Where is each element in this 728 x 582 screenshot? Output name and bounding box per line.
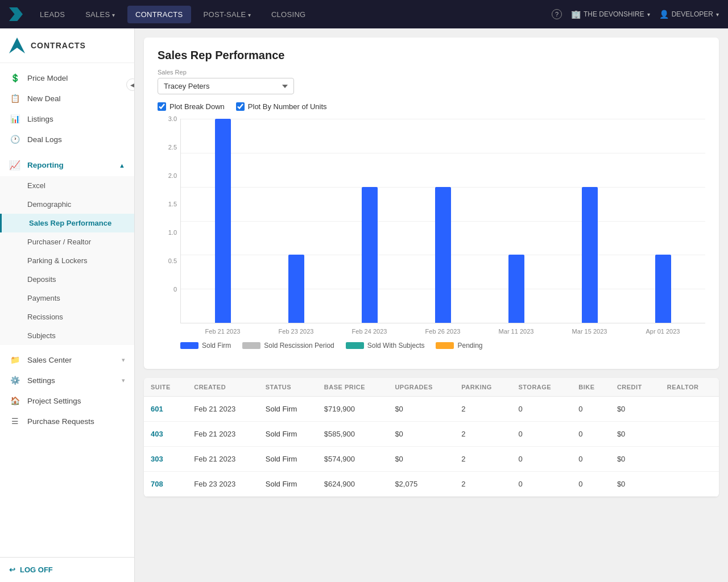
nav-sales[interactable]: SALES [77,6,123,23]
sidebar-item-new-deal[interactable]: 📋 New Deal [0,88,134,109]
table-body: 601 Feb 21 2023 Sold Firm $719,900 $0 2 … [144,397,719,497]
x-label-apr01: Apr 01 2023 [626,328,700,335]
bar-feb21[interactable] [215,119,231,323]
legend-pending-color [436,342,454,349]
nav-post-sale[interactable]: POST-SALE [196,6,259,23]
purchase-requests-icon: ☰ [9,417,20,426]
legend-rescission: Sold Rescission Period [242,342,334,350]
logoff-button[interactable]: ↩ LOG OFF [9,566,125,574]
sidebar-sub-item-recissions[interactable]: Recissions [0,307,134,326]
sidebar-logo [9,38,25,53]
sales-rep-label: Sales Rep [158,69,705,76]
sidebar-sub-item-sales-rep-performance[interactable]: Sales Rep Performance [0,214,134,232]
col-credit: CREDIT [610,378,660,397]
bar-feb23[interactable] [288,255,304,323]
legend-rescission-color [242,342,260,349]
bar-chart: 3.0 2.5 2.0 1.5 1.0 0.5 0 [158,119,705,357]
sales-center-icon: 📁 [9,355,20,364]
table-row: 403 Feb 21 2023 Sold Firm $585,900 $0 2 … [144,422,719,447]
nav-leads[interactable]: LEADS [32,6,73,23]
suite-708[interactable]: 708 [151,480,163,488]
sidebar-collapse-button[interactable]: ◀ [126,78,135,91]
y-label-2: 2.0 [168,172,177,179]
table-row: 601 Feb 21 2023 Sold Firm $719,900 $0 2 … [144,397,719,422]
project-selector[interactable]: 🏢 THE DEVONSHIRE ▾ [571,10,650,19]
bar-group-5 [479,119,553,323]
user-chevron-icon: ▾ [716,11,719,18]
suite-303[interactable]: 303 [151,455,163,463]
nav-closing[interactable]: CLOSING [263,6,314,23]
checkbox-row: Plot Break Down Plot By Number of Units [158,102,705,111]
table-card: SUITE CREATED STATUS BASE PRICE UPGRADES… [144,378,719,497]
bar-feb26[interactable] [435,187,451,323]
user-icon: 👤 [659,10,669,19]
bar-mar15[interactable] [582,187,598,323]
sidebar-section-reporting[interactable]: 📈 Reporting ▲ [0,154,134,176]
nav-contracts[interactable]: CONTRACTS [127,6,191,23]
sales-rep-dropdown[interactable]: Tracey Peters [158,78,294,94]
deal-logs-icon: 🕐 [9,135,20,144]
col-created: CREATED [187,378,259,397]
x-label-feb21: Feb 21 2023 [186,328,259,335]
col-bike: BIKE [572,378,610,397]
help-icon[interactable]: ? [552,9,562,19]
bar-feb24[interactable] [362,187,378,323]
plot-by-units-checkbox[interactable]: Plot By Number of Units [236,102,327,111]
bar-mar11[interactable] [508,255,524,323]
bar-group-3 [333,119,407,323]
sidebar-sub-item-excel[interactable]: Excel [0,176,134,195]
deals-table: SUITE CREATED STATUS BASE PRICE UPGRADES… [144,378,719,497]
price-model-icon: 💲 [9,73,20,82]
sidebar-sub-item-purchaser-realtor[interactable]: Purchaser / Realtor [0,232,134,251]
sales-center-arrow: ▾ [122,356,125,364]
y-label-15: 1.5 [168,201,177,207]
sidebar-sub-item-parking-lockers[interactable]: Parking & Lockers [0,251,134,270]
col-storage: STORAGE [512,378,572,397]
sidebar-item-price-model[interactable]: 💲 Price Model [0,68,134,88]
bar-chart-area [180,119,705,323]
suite-403[interactable]: 403 [151,430,163,438]
bar-group-4 [407,119,480,323]
legend-sold-firm-color [180,342,198,349]
sidebar-footer: ↩ LOG OFF [0,557,134,582]
legend-subjects-color [346,342,364,349]
bar-apr01[interactable] [655,255,671,323]
reporting-icon: 📈 [9,160,20,171]
col-status: STATUS [259,378,317,397]
sidebar-item-purchase-requests[interactable]: ☰ Purchase Requests [0,411,134,431]
y-label-3: 3.0 [168,115,177,122]
y-label-0: 0 [173,286,177,293]
legend-sold-firm: Sold Firm [180,342,231,350]
user-selector[interactable]: 👤 DEVELOPER ▾ [659,10,719,19]
sidebar-item-sales-center[interactable]: 📁 Sales Center ▾ [0,350,134,370]
table-row: 708 Feb 23 2023 Sold Firm $624,900 $2,07… [144,472,719,497]
new-deal-icon: 📋 [9,94,20,103]
x-label-feb24: Feb 24 2023 [333,328,406,335]
bars-wrapper [181,119,705,323]
sidebar-item-project-settings[interactable]: 🏠 Project Settings [0,390,134,411]
sidebar-sub-item-demographic[interactable]: Demographic [0,195,134,214]
col-suite: SUITE [144,378,187,397]
suite-601[interactable]: 601 [151,405,163,413]
x-label-mar15: Mar 15 2023 [553,328,626,335]
sidebar-sub-item-payments[interactable]: Payments [0,289,134,307]
settings-icon: ⚙️ [9,376,20,385]
x-label-mar11: Mar 11 2023 [479,328,553,335]
bar-group-6 [553,119,626,323]
sidebar-item-settings[interactable]: ⚙️ Settings ▾ [0,370,134,390]
x-axis-labels: Feb 21 2023 Feb 23 2023 Feb 24 2023 Feb … [180,328,705,335]
col-upgrades: UPGRADES [388,378,454,397]
plot-breakdown-checkbox[interactable]: Plot Break Down [158,102,225,111]
top-nav-logo [9,7,23,21]
bar-group-7 [626,119,700,323]
col-parking: PARKING [454,378,511,397]
table-header: SUITE CREATED STATUS BASE PRICE UPGRADES… [144,378,719,397]
sidebar-sub-item-subjects[interactable]: Subjects [0,326,134,345]
svg-marker-0 [9,38,25,53]
col-base-price: BASE PRICE [317,378,388,397]
logoff-icon: ↩ [9,566,15,574]
sidebar-sub-item-deposits[interactable]: Deposits [0,270,134,289]
sidebar-item-deal-logs[interactable]: 🕐 Deal Logs [0,129,134,149]
main-content: Sales Rep Performance Sales Rep Tracey P… [135,28,728,582]
sidebar-item-listings[interactable]: 📊 Listings [0,109,134,129]
